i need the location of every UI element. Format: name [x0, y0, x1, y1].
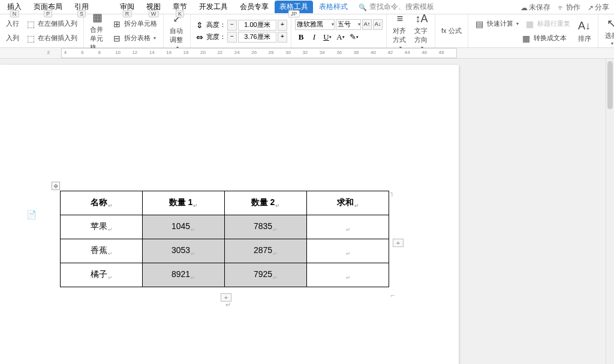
totext-icon: ▦	[521, 33, 532, 44]
highlight-button[interactable]: ✎▾	[348, 31, 360, 43]
table-cell[interactable]	[307, 263, 389, 287]
menu-bar: 插入N 页面布局P 引用S xxM 审阅R 视图W 章节K 开发工具 会员专享 …	[0, 0, 614, 14]
user-icon: ᯤ	[558, 4, 565, 12]
share-button[interactable]: ↗分享	[588, 2, 609, 13]
text-direction-button[interactable]: ↕A文字方向	[412, 10, 431, 52]
font-bigger[interactable]: A↑	[362, 19, 372, 30]
table-cell[interactable]: 7925	[225, 263, 307, 287]
sort-button[interactable]: A↓排序	[575, 18, 594, 44]
table-cell[interactable]: 橘子	[61, 263, 143, 287]
menu-layout[interactable]: 页面布局P	[28, 1, 68, 13]
cursor-icon: ↖	[604, 16, 614, 31]
calc-icon: ▤	[474, 19, 485, 29]
table-col-left-icon: ⬚	[25, 19, 36, 29]
menu-insert[interactable]: 插入N	[1, 1, 28, 13]
height-label: 高度：	[206, 20, 226, 29]
table-cell[interactable]: 香蕉	[61, 239, 143, 263]
menu-reference[interactable]: 引用S	[68, 1, 95, 13]
split-table-button[interactable]: ⊟拆分表格	[109, 32, 158, 45]
search-icon	[359, 3, 369, 11]
textdir-icon: ↕A	[414, 11, 429, 26]
menu-section[interactable]: 章节K	[167, 1, 193, 13]
table-move-handle[interactable]: ✥	[52, 182, 60, 190]
italic-button[interactable]: I	[308, 31, 320, 43]
horizontal-ruler: /* ruler numbers inserted below */ 24681…	[0, 48, 614, 59]
menu-view[interactable]: 视图W	[140, 1, 167, 13]
table-cell[interactable]: 7835	[225, 215, 307, 239]
add-row-button[interactable]: +	[221, 293, 231, 302]
table-cell[interactable]: 1045	[143, 215, 225, 239]
font-smaller[interactable]: A↓	[373, 19, 383, 30]
table-col-right-icon: ⬚	[25, 33, 36, 44]
width-input[interactable]: 3.76厘米	[238, 32, 276, 43]
table-header[interactable]: 求和	[307, 191, 389, 215]
shortcut-badge: R	[123, 10, 132, 17]
table-cell[interactable]: 2875	[225, 239, 307, 263]
table-row[interactable]: 橘子 8921 7925	[61, 263, 389, 287]
coop-button[interactable]: ᯤ协作	[558, 2, 580, 13]
shortcut-badge: S	[77, 10, 86, 17]
scrollbar-thumb[interactable]	[607, 61, 613, 109]
split-cells-button[interactable]: ⊞拆分单元格	[109, 17, 159, 31]
align-icon: ≡	[393, 11, 407, 26]
menu-member[interactable]: 会员专享	[234, 1, 275, 13]
height-minus[interactable]: −	[227, 20, 237, 31]
font-size-select[interactable]: 五号	[336, 19, 361, 30]
width-label: 宽度：	[206, 32, 226, 41]
formula-button[interactable]: fx 公式	[439, 25, 464, 37]
width-minus[interactable]: −	[227, 32, 237, 43]
font-color-button[interactable]: A▾	[335, 31, 347, 43]
table-row[interactable]: 苹果 1045 7835	[61, 215, 389, 239]
split-table-icon: ⊟	[112, 33, 122, 44]
table-header[interactable]: 数量 1	[143, 191, 225, 215]
menu-table-tool[interactable]: 表格工具JP	[275, 1, 313, 13]
alignment-button[interactable]: ≡对齐方式	[390, 10, 410, 52]
table-cell[interactable]	[307, 239, 389, 263]
document-area[interactable]: ✥ 名称 数量 1 数量 2 求和 苹果 1045 7835 香蕉 3053 2…	[0, 59, 614, 364]
data-table[interactable]: 名称 数量 1 数量 2 求和 苹果 1045 7835 香蕉 3053 287…	[60, 191, 389, 287]
width-plus[interactable]: +	[278, 32, 287, 43]
table-header[interactable]: 数量 2	[225, 191, 307, 215]
table-cell[interactable]: 8921	[143, 263, 225, 287]
insert-col-button[interactable]: 入列	[4, 32, 22, 44]
add-column-button[interactable]: +	[393, 239, 404, 247]
menu-table-style[interactable]: 表格样式	[313, 1, 354, 13]
table-cell[interactable]: 3053	[143, 239, 225, 263]
menu-review[interactable]: 审阅R	[114, 1, 140, 13]
table-resize-handle[interactable]: ⌐	[391, 291, 395, 299]
vertical-scrollbar[interactable]	[606, 59, 614, 364]
paragraph-mark: ↵	[225, 301, 231, 309]
side-panel-icon[interactable]: 📄	[26, 210, 37, 219]
quick-calc-button[interactable]: ▤快速计算	[472, 17, 521, 31]
insert-row-button[interactable]: 入行	[4, 18, 22, 29]
insert-col-left-button[interactable]: ⬚在左侧插入列	[23, 17, 80, 31]
table-header[interactable]: 名称	[61, 191, 143, 215]
unsaved-indicator[interactable]: ☁未保存	[520, 2, 550, 13]
bold-button[interactable]: B	[295, 31, 307, 43]
table-cell[interactable]: 苹果	[61, 215, 143, 239]
table-row[interactable]: 香蕉 3053 2875	[61, 239, 389, 263]
shortcut-badge: P	[44, 10, 52, 17]
ribbon-toolbar: 入行⬚在左侧插入列 入列⬚在右侧插入列 ▦合并单元格 ⊞拆分单元格 ⊟拆分表格 …	[0, 14, 614, 48]
height-input[interactable]: 1.00厘米	[238, 20, 276, 31]
shortcut-badge: W	[149, 10, 159, 17]
insert-col-right-button[interactable]: ⬚在右侧插入列	[23, 32, 80, 45]
row-height-icon: ⇕	[194, 20, 205, 31]
shortcut-badge: JP	[288, 10, 300, 17]
select-button[interactable]: ↖选择	[602, 15, 614, 47]
cloud-icon: ☁	[520, 4, 528, 12]
title-repeat-button[interactable]: ▦标题行重复	[522, 17, 573, 31]
underline-button[interactable]: U▾	[321, 31, 333, 43]
to-text-button[interactable]: ▦转换成文本	[519, 32, 569, 45]
height-plus[interactable]: +	[278, 20, 287, 31]
repeat-icon: ▦	[525, 19, 535, 29]
page[interactable]: ✥ 名称 数量 1 数量 2 求和 苹果 1045 7835 香蕉 3053 2…	[0, 65, 459, 364]
merge-cells-button[interactable]: ▦合并单元格	[88, 9, 107, 53]
col-width-icon: ⇔	[194, 32, 205, 43]
table-cell[interactable]	[307, 215, 389, 239]
shortcut-badge: N	[10, 10, 19, 17]
font-family-select[interactable]: 微软雅黑	[295, 19, 335, 30]
menu-dev[interactable]: 开发工具	[193, 1, 234, 13]
sort-icon: A↓	[577, 19, 592, 34]
table-header-row[interactable]: 名称 数量 1 数量 2 求和	[61, 191, 389, 215]
